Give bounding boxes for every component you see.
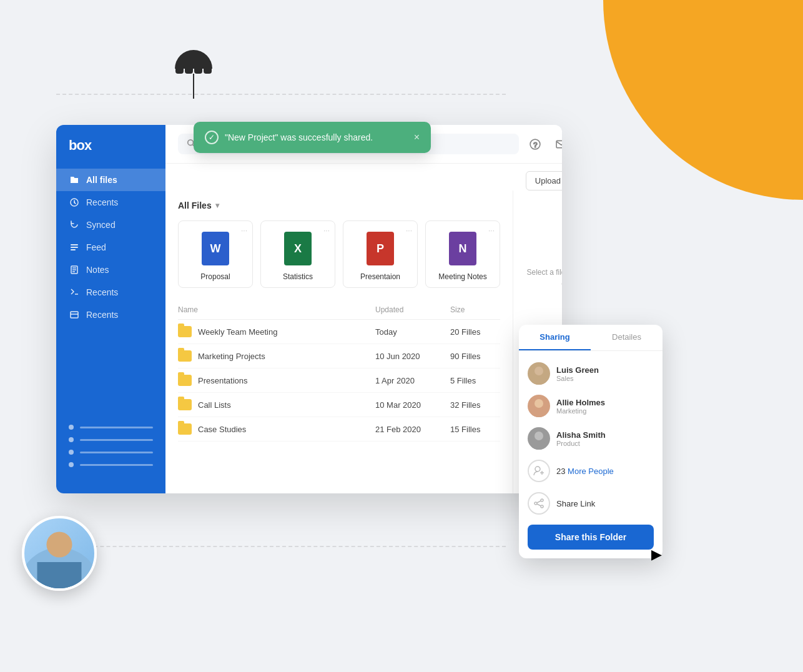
file-thumb-statistics[interactable]: X Statistics ···: [260, 220, 335, 288]
sidebar-item-synced[interactable]: Synced: [56, 214, 165, 236]
file-name-cell: Weekly Team Meeting: [178, 326, 375, 337]
table-row[interactable]: Weekly Team Meeting Today 20 Filles: [178, 320, 500, 344]
more-people-link[interactable]: More People: [568, 467, 614, 476]
file-name: Meeting Notes: [433, 272, 492, 281]
mail-icon[interactable]: [553, 136, 562, 153]
table-row[interactable]: Presentations 1 Apr 2020 5 Filles: [178, 368, 500, 393]
file-thumb-meeting-notes[interactable]: N Meeting Notes ···: [425, 220, 500, 288]
dot-line: [80, 427, 153, 428]
toast-close-button[interactable]: ×: [414, 132, 420, 143]
sidebar-item-recents[interactable]: Recents: [56, 191, 165, 214]
file-name: Proposal: [186, 272, 245, 281]
file-row-updated: 21 Feb 2020: [375, 425, 450, 434]
dot: [69, 450, 74, 455]
sidebar-item-label: Recents: [86, 310, 118, 320]
sidebar-item-recents-3[interactable]: Recents: [56, 304, 165, 326]
sidebar-item-recents-2[interactable]: Recents: [56, 281, 165, 304]
sidebar-item-label: Feed: [86, 242, 106, 252]
file-more-icon[interactable]: ···: [488, 226, 495, 235]
person-name: Allie Holmes: [556, 398, 654, 407]
file-row-updated: 10 Mar 2020: [375, 400, 450, 410]
svg-line-33: [537, 501, 541, 503]
sidebar-item-label: Recents: [86, 197, 118, 207]
person-name: Alisha Smith: [556, 430, 654, 440]
sidebar-item-notes[interactable]: Notes: [56, 259, 165, 281]
table-row[interactable]: Marketing Projects 10 Jun 2020 90 Filles: [178, 344, 500, 368]
share-link-text[interactable]: Share Link: [556, 499, 595, 508]
file-row-updated: 10 Jun 2020: [375, 352, 450, 361]
file-row-name: Marketing Projects: [198, 352, 265, 361]
folder-icon: [178, 399, 192, 410]
file-row-name: Presentations: [198, 376, 248, 385]
file-more-icon[interactable]: ···: [406, 226, 412, 235]
person-role: Product: [556, 440, 654, 447]
sidebar: box All files Recents Synced Feed: [56, 125, 165, 493]
doc-icon: N: [449, 232, 476, 265]
file-row-size: 90 Filles: [450, 352, 500, 361]
table-row[interactable]: Call Lists 10 Mar 2020 32 Filles: [178, 393, 500, 417]
synced-icon: [69, 219, 80, 230]
file-row-size: 5 Filles: [450, 376, 500, 385]
svg-rect-1: [71, 244, 78, 245]
tab-detailes[interactable]: Detailes: [591, 325, 663, 350]
all-files-icon: [69, 174, 80, 185]
svg-text:?: ?: [533, 141, 537, 148]
svg-point-23: [535, 399, 543, 408]
file-row-updated: 1 Apr 2020: [375, 376, 450, 385]
cursor: ▶: [651, 546, 662, 563]
svg-line-34: [537, 504, 541, 506]
sidebar-item-feed[interactable]: Feed: [56, 236, 165, 259]
file-thumb-presentation[interactable]: P Presentaion ···: [343, 220, 418, 288]
file-row-name: Case Studies: [198, 425, 246, 434]
file-name: Presentaion: [351, 272, 410, 281]
dot-line: [80, 464, 153, 466]
file-more-icon[interactable]: ···: [323, 226, 330, 235]
file-thumbnails: W Proposal ··· X Statistics ··: [178, 220, 500, 288]
help-icon[interactable]: ?: [526, 136, 544, 153]
sidebar-item-label: Recents: [86, 287, 118, 297]
topbar-actions: ?: [526, 134, 562, 154]
svg-point-21: [535, 367, 543, 375]
upload-button[interactable]: Upload ▾: [526, 171, 562, 190]
table-row[interactable]: Case Studies 21 Feb 2020 15 Filles: [178, 417, 500, 442]
sharing-tabs: Sharing Detailes: [519, 325, 663, 351]
file-list-header: Name Updated Size: [178, 300, 500, 320]
right-panel-text: Select a file or folders to view detaile…: [523, 267, 562, 289]
file-more-icon[interactable]: ···: [241, 226, 247, 235]
sidebar-dot-2: [69, 433, 153, 446]
svg-rect-3: [71, 249, 76, 250]
doc-icon: P: [367, 232, 394, 265]
svg-point-22: [531, 376, 546, 385]
tab-sharing[interactable]: Sharing: [519, 325, 591, 350]
toast-notification: ✓ "New Project" was succesfully shared. …: [194, 122, 431, 153]
file-row-updated: Today: [375, 327, 450, 337]
breadcrumb[interactable]: All Files ▾: [178, 200, 500, 210]
user-avatar-large: [22, 516, 97, 591]
sidebar-item-label: Notes: [86, 265, 109, 275]
svg-rect-38: [37, 562, 82, 588]
sidebar-item-all-files[interactable]: All files: [56, 169, 165, 191]
file-name-cell: Call Lists: [178, 399, 375, 410]
main-content: ? Upload ▾ New ▾: [165, 125, 562, 493]
file-thumb-proposal[interactable]: W Proposal ···: [178, 220, 253, 288]
folder-icon: [178, 423, 192, 435]
file-name-cell: Presentations: [178, 375, 375, 386]
file-main: All Files ▾ W Proposal ···: [165, 190, 513, 493]
sharing-body: Luis Green Sales Allie Holmes Marketing …: [519, 351, 663, 558]
file-icon: P: [365, 231, 395, 266]
svg-rect-2: [71, 247, 78, 248]
recents3-icon: [69, 309, 80, 320]
share-link-row: Share Link: [528, 487, 654, 522]
avatar: [528, 427, 550, 450]
person-row-alisha: Alisha Smith Product: [528, 422, 654, 455]
svg-point-36: [46, 531, 72, 557]
dot: [69, 462, 74, 467]
folder-icon: [178, 350, 192, 362]
recents2-icon: [69, 287, 80, 298]
sharing-panel: Sharing Detailes Luis Green Sales Allie …: [519, 325, 663, 558]
col-name: Name: [178, 305, 375, 314]
person-role: Marketing: [556, 407, 654, 415]
sidebar-item-label: Synced: [86, 220, 116, 230]
share-link-icon: [528, 492, 550, 515]
share-folder-button[interactable]: Share this Folder: [528, 525, 654, 550]
